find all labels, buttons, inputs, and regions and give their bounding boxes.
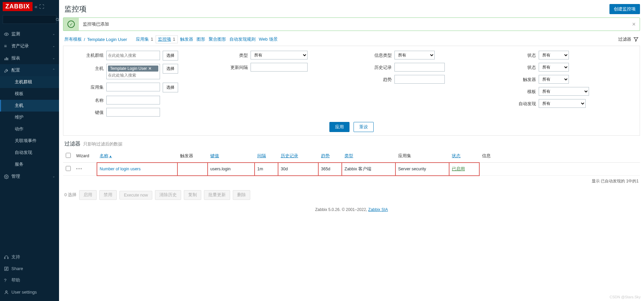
sub-services[interactable]: 服务 (0, 159, 59, 170)
nav-label: 配置 (11, 67, 20, 73)
link-share[interactable]: Share (0, 263, 59, 274)
sub-hosts[interactable]: 主机 (0, 100, 59, 112)
footer-link[interactable]: Zabbix SIA (368, 207, 388, 212)
bulk-copy-button[interactable]: 复制 (184, 190, 201, 200)
host-select-button[interactable]: 选择 (163, 64, 178, 74)
filter-toggle[interactable]: 过滤器 (618, 36, 639, 42)
template-select[interactable]: 所有 (539, 87, 589, 96)
link-help[interactable]: ?帮助 (0, 274, 59, 286)
expand-icon[interactable]: ⛶ (39, 4, 44, 9)
interval-input[interactable] (251, 63, 308, 72)
tab-screens[interactable]: 聚合图形 (208, 36, 227, 43)
reset-button[interactable]: 重设 (354, 122, 374, 132)
page-header: 监控项 创建监控项 (64, 4, 640, 14)
history-input[interactable] (394, 63, 445, 72)
selection-count: 0 选择 (64, 192, 76, 198)
success-alert: ✓ 监控项已添加 × (63, 17, 640, 31)
status-link[interactable]: 已启用 (452, 167, 465, 171)
sub-correlation[interactable]: 关联项事件 (0, 135, 59, 147)
host-input[interactable] (108, 73, 158, 78)
col-history[interactable]: 历史记录 (278, 149, 318, 163)
nav-monitoring[interactable]: 监测⌄ (0, 28, 59, 40)
sub-templates[interactable]: 模板 (0, 88, 59, 100)
alert-close-button[interactable]: × (628, 21, 640, 28)
key-input[interactable] (106, 108, 160, 117)
funnel-icon (633, 37, 639, 42)
type-select[interactable]: 所有 (251, 51, 308, 59)
row-checkbox[interactable] (66, 166, 71, 171)
page-title: 监控项 (64, 4, 87, 14)
nav-main: 监测⌄ ≡资产记录⌄ 报表⌄ 配置⌃ 主机群组 模板 主机 维护 动作 关联项事… (0, 28, 59, 251)
col-trends[interactable]: 趋势 (318, 149, 342, 163)
state-select[interactable]: 所有 (539, 51, 569, 59)
col-status[interactable]: 状态 (449, 149, 479, 163)
svg-rect-4 (6, 57, 7, 60)
collapse-icon[interactable]: « (35, 4, 37, 9)
bulk-delete-button[interactable]: 删除 (233, 190, 250, 200)
nav-label: 资产记录 (11, 43, 29, 49)
infotype-select[interactable]: 所有 (394, 51, 435, 59)
nav-inventory[interactable]: ≡资产记录⌄ (0, 40, 59, 52)
svg-point-0 (56, 18, 58, 20)
bulk-execute-button[interactable]: Execute now (119, 191, 152, 200)
link-user-settings[interactable]: User settings (0, 286, 59, 298)
wrench-icon (4, 67, 11, 73)
tab-discovery-rules[interactable]: 自动发现规则 (229, 36, 256, 43)
sub-hostgroups[interactable]: 主机群组 (0, 76, 59, 88)
trends-input[interactable] (394, 75, 445, 84)
bulk-massupdate-button[interactable]: 批量更新 (204, 190, 230, 200)
tag-remove-icon[interactable]: ✕ (148, 66, 152, 71)
tab-items[interactable]: 监控项 1 (156, 36, 177, 43)
hostgroup-input[interactable] (108, 53, 158, 58)
hostgroup-input-wrap[interactable] (106, 51, 160, 60)
svg-rect-5 (7, 58, 8, 60)
tab-web-scenarios[interactable]: Web 场景 (258, 36, 278, 43)
nav-reports[interactable]: 报表⌄ (0, 52, 59, 64)
bulk-disable-button[interactable]: 禁用 (99, 190, 117, 200)
sub-discovery[interactable]: 自动发现 (0, 147, 59, 159)
tab-triggers[interactable]: 触发器 (179, 36, 194, 43)
label-history: 历史记录 (355, 63, 392, 71)
tab-graphs[interactable]: 图形 (196, 36, 206, 43)
col-trigger: 触发器 (177, 149, 208, 163)
create-item-button[interactable]: 创建监控项 (609, 4, 640, 14)
apply-button[interactable]: 应用 (329, 122, 350, 132)
breadcrumb-root[interactable]: 所有模板 (64, 36, 82, 42)
nav-configuration[interactable]: 配置⌃ (0, 64, 59, 76)
wizard-menu-icon[interactable]: ••• (76, 167, 83, 171)
col-key[interactable]: 键值 (208, 149, 255, 163)
link-support[interactable]: 支持 (0, 251, 59, 263)
sub-maintenance[interactable]: 维护 (0, 112, 59, 123)
bulk-enable-button[interactable]: 启用 (79, 190, 97, 200)
sidebar-search-input[interactable] (5, 17, 55, 22)
col-interval[interactable]: 间隔 (255, 149, 278, 163)
discovery-select[interactable]: 所有 (539, 99, 586, 108)
logo-row: ZABBIX « ⛶ (0, 0, 59, 13)
brand-logo[interactable]: ZABBIX (3, 2, 33, 11)
label-template: 模板 (499, 87, 536, 95)
col-type[interactable]: 类型 (342, 149, 395, 163)
col-name[interactable]: 名称▲ (97, 149, 177, 163)
host-tag[interactable]: Template Login User✕ (108, 66, 158, 72)
svg-point-2 (6, 34, 7, 35)
sidebar-search[interactable] (3, 15, 56, 24)
name-input[interactable] (106, 96, 160, 104)
appset-input[interactable] (106, 83, 160, 91)
status-select[interactable]: 所有 (539, 63, 569, 72)
col-info: 信息 (479, 149, 640, 163)
bulk-action-bar: 0 选择 启用 禁用 Execute now 清除历史 复制 批量更新 删除 (63, 187, 640, 203)
item-name-link[interactable]: Number of login users (100, 167, 141, 171)
host-input-wrap[interactable]: Template Login User✕ (106, 64, 160, 79)
tab-applications[interactable]: 应用集 1 (135, 36, 154, 43)
appset-select-button[interactable]: 选择 (163, 83, 178, 92)
select-all-checkbox[interactable] (66, 153, 71, 158)
label-status: 状态 (499, 63, 536, 71)
cell-key: users.login (208, 163, 255, 176)
hostgroup-select-button[interactable]: 选择 (163, 51, 178, 60)
bulk-clear-history-button[interactable]: 清除历史 (155, 190, 181, 200)
trigger-select[interactable]: 所有 (539, 75, 569, 84)
svg-rect-7 (4, 257, 5, 259)
sub-actions[interactable]: 动作 (0, 123, 59, 135)
nav-administration[interactable]: 管理⌄ (0, 170, 59, 182)
breadcrumb-template[interactable]: Template Login User (87, 37, 127, 42)
